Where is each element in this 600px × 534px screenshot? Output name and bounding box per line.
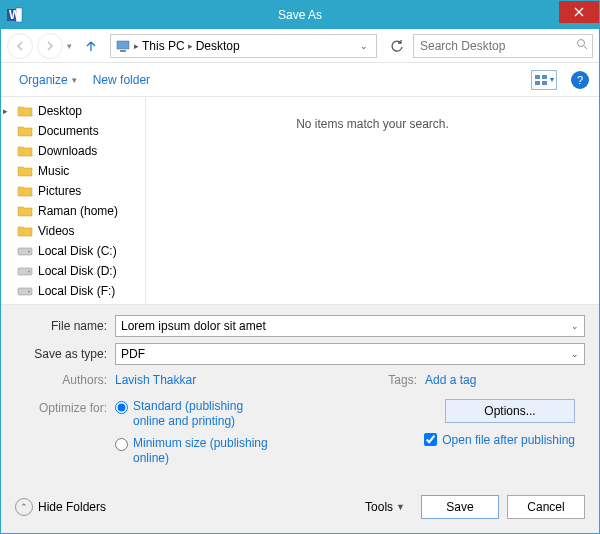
empty-message: No items match your search. <box>296 117 449 131</box>
titlebar: W Save As <box>1 1 599 29</box>
svg-rect-9 <box>542 81 547 85</box>
svg-point-13 <box>28 271 30 273</box>
tree-item-label: Music <box>38 164 69 178</box>
body: ▸DesktopDocumentsDownloadsMusicPicturesR… <box>1 97 599 304</box>
arrow-left-icon <box>14 40 26 52</box>
tree-item-local-disk-d-[interactable]: Local Disk (D:) <box>1 261 145 281</box>
tree-item-label: Downloads <box>38 144 97 158</box>
authors-label: Authors: <box>15 373 115 387</box>
save-as-dialog: W Save As ▾ ▸ This PC ▸ Desktop ⌄ <box>0 0 600 534</box>
search-box[interactable] <box>413 34 593 58</box>
tree-item-downloads[interactable]: Downloads <box>1 141 145 161</box>
arrow-up-icon <box>84 39 98 53</box>
tree-item-documents[interactable]: Documents <box>1 121 145 141</box>
back-button[interactable] <box>7 33 33 59</box>
tools-button[interactable]: Tools▼ <box>365 500 405 514</box>
radio-minimum[interactable]: Minimum size (publishing online) <box>115 436 395 467</box>
chevron-down-icon: ▼ <box>396 502 405 512</box>
up-button[interactable] <box>80 35 102 57</box>
radio-standard[interactable]: Standard (publishing online and printing… <box>115 399 395 430</box>
breadcrumb-sep-icon: ▸ <box>188 41 193 51</box>
word-icon: W <box>1 1 29 29</box>
disk-icon <box>17 243 33 259</box>
tree-item-music[interactable]: Music <box>1 161 145 181</box>
svg-rect-3 <box>117 41 129 49</box>
chevron-down-icon: ▾ <box>550 75 554 84</box>
folder-icon <box>17 183 33 199</box>
tags-value[interactable]: Add a tag <box>425 373 476 387</box>
tree-item-label: Documents <box>38 124 99 138</box>
svg-point-15 <box>28 291 30 293</box>
footer: ⌃ Hide Folders Tools▼ Save Cancel <box>1 483 599 533</box>
breadcrumb-root[interactable]: This PC <box>142 39 185 53</box>
organize-button[interactable]: Organize▾ <box>11 69 85 91</box>
saveas-label: Save as type: <box>15 347 115 361</box>
tree-item-label: Pictures <box>38 184 81 198</box>
svg-rect-6 <box>535 75 540 79</box>
view-mode-button[interactable]: ▾ <box>531 70 557 90</box>
help-button[interactable]: ? <box>571 71 589 89</box>
tree-item-local-disk-f-[interactable]: Local Disk (F:) <box>1 281 145 301</box>
history-dropdown[interactable]: ▾ <box>67 41 72 51</box>
svg-rect-7 <box>542 75 547 79</box>
search-input[interactable] <box>420 39 586 53</box>
save-button[interactable]: Save <box>421 495 499 519</box>
tree-item-raman-home-[interactable]: Raman (home) <box>1 201 145 221</box>
folder-icon <box>17 203 33 219</box>
forward-button[interactable] <box>37 33 63 59</box>
tree-item-local-disk-c-[interactable]: Local Disk (C:) <box>1 241 145 261</box>
tree-item-label: Local Disk (F:) <box>38 284 115 298</box>
arrow-right-icon <box>44 40 56 52</box>
form-panel: File name: Lorem ipsum dolor sit amet⌄ S… <box>1 304 599 483</box>
optimize-label: Optimize for: <box>15 399 115 473</box>
search-icon <box>576 38 588 53</box>
folder-icon <box>17 163 33 179</box>
close-icon <box>574 7 584 17</box>
view-icon <box>534 74 548 86</box>
chevron-down-icon: ▾ <box>72 75 77 85</box>
folder-icon <box>17 123 33 139</box>
radio-standard-input[interactable] <box>115 401 128 414</box>
navigation-bar: ▾ ▸ This PC ▸ Desktop ⌄ <box>1 29 599 63</box>
refresh-icon <box>390 39 404 53</box>
expand-icon[interactable]: ▸ <box>3 106 8 116</box>
disk-icon <box>17 283 33 299</box>
breadcrumb-dropdown-icon[interactable]: ⌄ <box>356 41 372 51</box>
svg-rect-4 <box>120 50 126 52</box>
pc-icon <box>115 38 131 54</box>
open-after-label[interactable]: Open file after publishing <box>442 433 575 447</box>
options-button[interactable]: Options... <box>445 399 575 423</box>
tree-item-label: Local Disk (D:) <box>38 264 117 278</box>
folder-icon <box>17 143 33 159</box>
refresh-button[interactable] <box>385 34 409 58</box>
folder-icon <box>17 223 33 239</box>
tree-item-label: Raman (home) <box>38 204 118 218</box>
open-after-checkbox[interactable] <box>424 433 437 446</box>
tree-item-label: Videos <box>38 224 74 238</box>
chevron-down-icon[interactable]: ⌄ <box>571 349 579 359</box>
svg-rect-8 <box>535 81 540 85</box>
filename-input[interactable]: Lorem ipsum dolor sit amet⌄ <box>115 315 585 337</box>
tree-item-videos[interactable]: Videos <box>1 221 145 241</box>
authors-value[interactable]: Lavish Thakkar <box>115 373 196 387</box>
window-title: Save As <box>1 8 599 22</box>
folder-tree[interactable]: ▸DesktopDocumentsDownloadsMusicPicturesR… <box>1 97 146 304</box>
radio-minimum-input[interactable] <box>115 438 128 451</box>
filename-label: File name: <box>15 319 115 333</box>
hide-folders-button[interactable]: ⌃ Hide Folders <box>15 498 106 516</box>
tree-item-desktop[interactable]: ▸Desktop <box>1 101 145 121</box>
close-button[interactable] <box>559 1 599 23</box>
cancel-button[interactable]: Cancel <box>507 495 585 519</box>
chevron-down-icon[interactable]: ⌄ <box>571 321 579 331</box>
breadcrumb-leaf[interactable]: Desktop <box>196 39 240 53</box>
breadcrumb-sep-icon: ▸ <box>134 41 139 51</box>
tree-item-label: Local Disk (C:) <box>38 244 117 258</box>
svg-point-5 <box>578 40 585 47</box>
new-folder-button[interactable]: New folder <box>85 69 158 91</box>
saveas-type-select[interactable]: PDF⌄ <box>115 343 585 365</box>
chevron-up-icon: ⌃ <box>15 498 33 516</box>
folder-icon <box>17 103 33 119</box>
breadcrumb[interactable]: ▸ This PC ▸ Desktop ⌄ <box>110 34 377 58</box>
tree-item-label: Desktop <box>38 104 82 118</box>
tree-item-pictures[interactable]: Pictures <box>1 181 145 201</box>
